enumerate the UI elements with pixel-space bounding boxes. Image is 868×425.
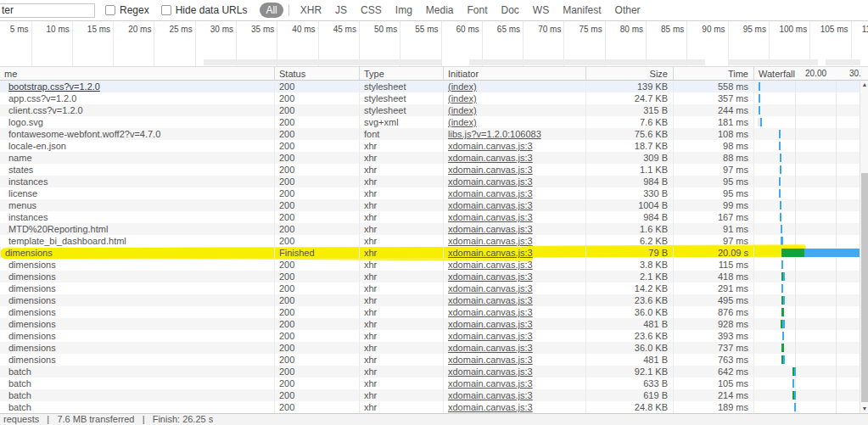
waterfall-cell[interactable] bbox=[753, 354, 868, 366]
filter-input[interactable] bbox=[0, 3, 95, 18]
table-row[interactable]: dimensions 200 xhr xdomain.canvas.js:3 2… bbox=[0, 330, 868, 342]
waterfall-bar[interactable] bbox=[759, 94, 760, 103]
waterfall-cell[interactable] bbox=[753, 187, 868, 199]
table-row[interactable]: dimensions 200 xhr xdomain.canvas.js:3 2… bbox=[0, 271, 868, 282]
waterfall-bar[interactable] bbox=[781, 284, 783, 293]
table-row[interactable]: app.css?v=1.2.0 200 stylesheet (index) 2… bbox=[0, 92, 868, 104]
waterfall-cell[interactable] bbox=[753, 199, 868, 211]
request-name[interactable]: instances bbox=[8, 176, 48, 187]
table-row[interactable]: instances 200 xhr xdomain.canvas.js:3 98… bbox=[0, 176, 868, 187]
table-row[interactable]: menus 200 xhr xdomain.canvas.js:3 1004 B… bbox=[0, 199, 868, 211]
waterfall-bar[interactable] bbox=[782, 332, 784, 340]
table-row[interactable]: dimensions 200 xhr xdomain.canvas.js:3 4… bbox=[0, 318, 868, 330]
waterfall-cell[interactable] bbox=[753, 306, 868, 318]
scroll-up-icon[interactable]: ▲ bbox=[860, 81, 868, 89]
filter-pill-media[interactable]: Media bbox=[420, 3, 460, 18]
initiator-link[interactable]: xdomain.canvas.js:3 bbox=[448, 283, 533, 294]
waterfall-cell[interactable] bbox=[753, 377, 868, 389]
table-row[interactable]: states 200 xhr xdomain.canvas.js:3 1.1 K… bbox=[0, 164, 868, 176]
filter-pill-css[interactable]: CSS bbox=[355, 3, 388, 18]
waterfall-bar[interactable] bbox=[781, 308, 784, 316]
table-row[interactable]: batch 200 xhr xdomain.canvas.js:3 92.1 K… bbox=[0, 366, 868, 377]
initiator-link[interactable]: xdomain.canvas.js:3 bbox=[448, 355, 533, 365]
waterfall-bar[interactable] bbox=[780, 154, 781, 162]
waterfall-bar[interactable] bbox=[794, 367, 796, 376]
waterfall-bar[interactable] bbox=[779, 142, 781, 150]
table-row[interactable]: dimensions 200 xhr xdomain.canvas.js:3 4… bbox=[0, 354, 868, 366]
table-row[interactable]: dimensions 200 xhr xdomain.canvas.js:3 1… bbox=[0, 282, 868, 294]
waterfall-bar[interactable] bbox=[792, 379, 794, 388]
filter-pill-js[interactable]: JS bbox=[329, 3, 353, 18]
regex-checkbox[interactable]: Regex bbox=[105, 4, 149, 16]
request-name[interactable]: batch bbox=[8, 378, 31, 389]
waterfall-cell[interactable] bbox=[753, 176, 868, 187]
filter-pill-ws[interactable]: WS bbox=[527, 3, 555, 18]
column-header-size[interactable]: Size bbox=[585, 67, 673, 80]
waterfall-bar[interactable] bbox=[782, 320, 785, 328]
initiator-link[interactable]: xdomain.canvas.js:3 bbox=[448, 378, 533, 389]
initiator-link[interactable]: xdomain.canvas.js:3 bbox=[448, 331, 533, 341]
waterfall-cell[interactable] bbox=[753, 92, 868, 104]
waterfall-cell[interactable] bbox=[753, 116, 868, 128]
filter-pill-all[interactable]: All bbox=[260, 3, 283, 18]
filter-pill-img[interactable]: Img bbox=[389, 3, 418, 18]
initiator-link[interactable]: xdomain.canvas.js:3 bbox=[448, 200, 533, 210]
column-header-time[interactable]: Time bbox=[673, 67, 753, 80]
filter-pill-other[interactable]: Other bbox=[609, 3, 647, 18]
waterfall-bar[interactable] bbox=[794, 403, 796, 411]
table-row[interactable]: bootstrap.css?v=1.2.0 200 stylesheet (in… bbox=[0, 81, 868, 92]
request-name[interactable]: dimensions bbox=[8, 295, 56, 305]
initiator-link[interactable]: xdomain.canvas.js:3 bbox=[448, 402, 533, 412]
waterfall-bar[interactable] bbox=[781, 249, 804, 257]
table-row[interactable]: dimensions 200 xhr xdomain.canvas.js:3 3… bbox=[0, 306, 868, 318]
waterfall-cell[interactable] bbox=[753, 330, 868, 342]
waterfall-bar[interactable] bbox=[780, 213, 781, 221]
scroll-down-icon[interactable]: ▼ bbox=[860, 405, 868, 413]
filter-pill-xhr[interactable]: XHR bbox=[294, 3, 328, 18]
request-name[interactable]: app.css?v=1.2.0 bbox=[8, 93, 76, 103]
scrollbar-thumb[interactable] bbox=[861, 173, 868, 402]
initiator-link[interactable]: xdomain.canvas.js:3 bbox=[448, 224, 533, 234]
table-row[interactable]: locale-en.json 200 xhr xdomain.canvas.js… bbox=[0, 140, 868, 152]
initiator-link[interactable]: xdomain.canvas.js:3 bbox=[448, 188, 533, 199]
initiator-link[interactable]: (index) bbox=[448, 117, 477, 127]
waterfall-cell[interactable] bbox=[753, 81, 868, 92]
initiator-link[interactable]: xdomain.canvas.js:3 bbox=[448, 165, 533, 175]
waterfall-cell[interactable] bbox=[753, 318, 868, 330]
column-header-status[interactable]: Status bbox=[274, 67, 359, 80]
waterfall-bar[interactable] bbox=[781, 344, 784, 352]
waterfall-cell[interactable] bbox=[753, 164, 868, 176]
initiator-link[interactable]: xdomain.canvas.js:3 bbox=[448, 248, 533, 258]
initiator-link[interactable]: (index) bbox=[448, 105, 477, 115]
table-row[interactable]: batch 200 xhr xdomain.canvas.js:3 24.8 K… bbox=[0, 401, 868, 413]
waterfall-bar[interactable] bbox=[779, 177, 781, 186]
request-name[interactable]: instances bbox=[8, 212, 48, 222]
request-name[interactable]: batch bbox=[8, 390, 31, 400]
waterfall-bar[interactable] bbox=[759, 82, 760, 91]
request-name[interactable]: logo.svg bbox=[8, 117, 43, 127]
table-row[interactable]: MTD%20Reporting.html 200 xhr xdomain.can… bbox=[0, 223, 868, 235]
request-name[interactable]: dimensions bbox=[8, 260, 56, 270]
waterfall-bar[interactable] bbox=[804, 249, 860, 257]
waterfall-bar[interactable] bbox=[783, 296, 785, 305]
waterfall-cell[interactable] bbox=[753, 247, 868, 259]
waterfall-cell[interactable] bbox=[753, 211, 868, 223]
waterfall-cell[interactable] bbox=[753, 223, 868, 235]
initiator-link[interactable]: xdomain.canvas.js:3 bbox=[448, 176, 533, 187]
column-header-type[interactable]: Type bbox=[359, 67, 443, 80]
initiator-link[interactable]: xdomain.canvas.js:3 bbox=[448, 307, 533, 317]
initiator-link[interactable]: xdomain.canvas.js:3 bbox=[448, 212, 533, 222]
request-name[interactable]: menus bbox=[8, 200, 36, 210]
waterfall-cell[interactable] bbox=[753, 342, 868, 354]
request-name[interactable]: fontawesome-webfont.woff2?v=4.7.0 bbox=[8, 129, 160, 139]
request-name[interactable]: dimensions bbox=[8, 283, 56, 294]
table-row[interactable]: logo.svg 200 svg+xml (index) 7.6 KB 181 … bbox=[0, 116, 868, 128]
initiator-link[interactable]: xdomain.canvas.js:3 bbox=[448, 366, 533, 377]
filter-pill-font[interactable]: Font bbox=[462, 3, 494, 18]
checkbox-icon[interactable] bbox=[161, 5, 171, 15]
request-name[interactable]: dimensions bbox=[8, 331, 56, 341]
waterfall-cell[interactable] bbox=[753, 259, 868, 271]
table-row[interactable]: dimensions 200 xhr xdomain.canvas.js:3 3… bbox=[0, 342, 868, 354]
request-name[interactable]: MTD%20Reporting.html bbox=[8, 224, 108, 234]
request-name[interactable]: dimensions bbox=[8, 319, 56, 329]
